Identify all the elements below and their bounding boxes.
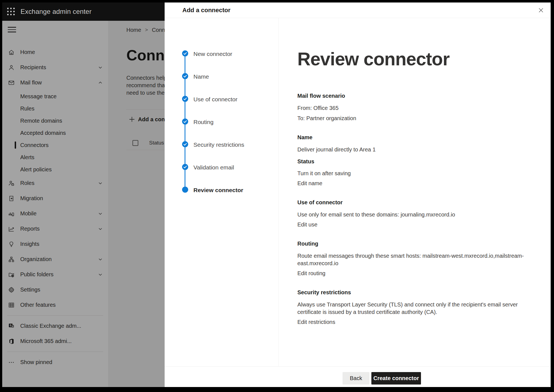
edit-routing-link[interactable]: Edit routing (297, 270, 547, 277)
step-label: Name (193, 73, 209, 80)
panel-title: Add a connector (182, 2, 231, 18)
review-section-title: Security restrictions (297, 289, 547, 296)
review-value: To: Partner organization (297, 115, 547, 122)
step-label: New connector (193, 51, 232, 57)
step-new-connector[interactable]: New connector (182, 50, 232, 58)
panel-footer: Back Create connector (165, 366, 551, 387)
review-value: From: Office 365 (297, 104, 547, 112)
step-check-icon (182, 118, 188, 126)
step-validation-email[interactable]: Validation email (182, 164, 234, 171)
add-connector-panel: Add a connector New connectorNameUse of … (165, 2, 551, 387)
create-connector-button[interactable]: Create connector (371, 372, 421, 385)
review-heading: Review connector (297, 49, 547, 69)
review-section: Review connector Mail flow scenarioFrom:… (297, 2, 547, 326)
app-title: Exchange admin center (21, 2, 91, 21)
review-section-title: Name (297, 134, 547, 141)
step-label: Use of connector (193, 96, 238, 103)
step-use-of-connector[interactable]: Use of connector (182, 96, 238, 103)
step-review-connector[interactable]: Review connector (182, 187, 243, 194)
review-value: Use only for email sent to these domains… (297, 211, 547, 218)
step-check-icon (182, 164, 188, 171)
wizard-stepper: New connectorNameUse of connectorRouting… (165, 18, 279, 366)
step-security-restrictions[interactable]: Security restrictions (182, 141, 244, 148)
app-launcher-waffle-icon[interactable] (7, 7, 16, 16)
edit-restrictions-link[interactable]: Edit restrictions (297, 318, 547, 326)
step-current-icon (182, 187, 188, 194)
step-check-icon (182, 73, 188, 80)
back-button[interactable]: Back (343, 372, 369, 385)
review-value: Always use Transport Layer Security (TLS… (297, 301, 547, 316)
review-value: Deliver journal directly to Area 1 (297, 146, 547, 153)
step-routing[interactable]: Routing (182, 118, 213, 126)
review-rows: Mail flow scenarioFrom: Office 365To: Pa… (297, 92, 547, 326)
review-section-title: Mail flow scenario (297, 92, 547, 100)
step-check-icon (182, 141, 188, 148)
step-label: Validation email (193, 164, 234, 171)
edit-name-link[interactable]: Edit name (297, 180, 547, 187)
review-value: Route email messages through these smart… (297, 252, 547, 267)
review-section-title: Routing (297, 240, 547, 247)
step-label: Review connector (193, 187, 243, 194)
review-section-title: Status (297, 158, 547, 165)
review-value: Turn it on after saving (297, 170, 547, 177)
step-check-icon (182, 96, 188, 103)
step-label: Security restrictions (193, 141, 244, 148)
edit-use-link[interactable]: Edit use (297, 221, 547, 228)
step-check-icon (182, 50, 188, 58)
step-name[interactable]: Name (182, 73, 209, 80)
review-section-title: Use of connector (297, 199, 547, 206)
exchange-admin-app: Exchange admin center HomeRecipientsMail… (2, 2, 551, 387)
step-label: Routing (193, 119, 213, 125)
